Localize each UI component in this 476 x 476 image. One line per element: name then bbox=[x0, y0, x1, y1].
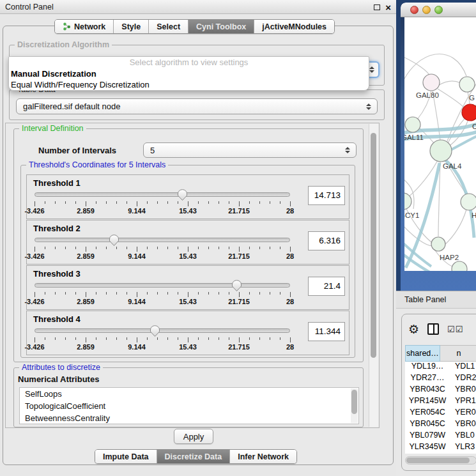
gear-icon[interactable]: ⚙ bbox=[408, 323, 419, 335]
numerical-attributes-list[interactable]: SelfLoopsTopologicalCoefficientBetweenne… bbox=[19, 387, 359, 424]
tick-mark bbox=[45, 247, 45, 249]
threshold-value-field[interactable]: 6.316 bbox=[308, 231, 345, 250]
table-row[interactable]: YPR145WYPR1 bbox=[405, 396, 476, 408]
minimize-button[interactable] bbox=[422, 6, 431, 14]
cell-shared-name: YDR27… bbox=[405, 373, 450, 385]
tick-mark bbox=[229, 201, 229, 204]
table-row[interactable]: YBR045CYBR0 bbox=[405, 419, 476, 431]
select-columns-icon[interactable]: ☑☑ bbox=[447, 325, 463, 334]
threshold-slider[interactable] bbox=[35, 238, 290, 242]
number-of-intervals-combo[interactable]: 5 bbox=[143, 142, 357, 158]
cell-shared-name: YBR045C bbox=[405, 419, 450, 431]
dropdown-item-equal-width-frequency[interactable]: Equal Width/Frequency Discretization bbox=[9, 79, 369, 90]
table-panel-title: Table Panel bbox=[404, 295, 446, 304]
tick-mark bbox=[229, 292, 229, 295]
settings-scrollbar[interactable] bbox=[369, 124, 378, 427]
tick-label: 28 bbox=[286, 252, 294, 260]
tick-label: -3.426 bbox=[24, 298, 44, 305]
threshold-slider[interactable] bbox=[35, 328, 290, 333]
tick-mark bbox=[259, 292, 260, 295]
column-header-name[interactable]: n bbox=[440, 345, 476, 362]
tick-mark bbox=[137, 247, 137, 252]
tick-mark bbox=[75, 292, 76, 295]
cell-name: YBR0 bbox=[450, 385, 476, 396]
tick-mark bbox=[229, 247, 229, 249]
cell-name: YDR2 bbox=[450, 373, 476, 385]
attribute-item[interactable]: TopologicalCoefficient bbox=[20, 400, 358, 412]
threshold-label: Threshold 2 bbox=[33, 224, 81, 233]
node-hap2[interactable] bbox=[431, 237, 445, 251]
threshold-value-field[interactable]: 11.344 bbox=[308, 322, 345, 341]
table-hscrollbar[interactable] bbox=[405, 456, 476, 464]
table-data-combo[interactable]: galFiltered.sif default node bbox=[16, 98, 378, 114]
numerical-attributes-label: Numerical Attributes bbox=[18, 374, 99, 384]
network-canvas[interactable]: GAL80GCGAL11GAL4GCY1HHAP2 bbox=[404, 17, 476, 271]
node-gal11[interactable] bbox=[405, 117, 420, 132]
tick-mark bbox=[249, 201, 250, 204]
tick-mark bbox=[147, 292, 148, 295]
slider-thumb[interactable] bbox=[231, 280, 242, 292]
threshold-label: Threshold 1 bbox=[33, 178, 81, 188]
table-row[interactable]: YBL079WYBL0 bbox=[405, 431, 476, 442]
table-panel: Table Panel ⚙ ☑☑ shared… n YDL19…YDL1YDR… bbox=[396, 291, 476, 476]
table-browser: ⚙ ☑☑ shared… n YDL19…YDL1YDR27…YDR2YBR04… bbox=[401, 314, 476, 471]
close-icon[interactable]: × bbox=[385, 3, 391, 12]
close-button[interactable] bbox=[410, 6, 418, 14]
slider-thumb[interactable] bbox=[150, 325, 160, 337]
table-row[interactable]: YER054CYER0 bbox=[405, 408, 476, 419]
tick-mark bbox=[290, 337, 291, 342]
tab-network[interactable]: Network bbox=[55, 20, 114, 33]
tab-label: Network bbox=[74, 22, 105, 31]
tab-style[interactable]: Style bbox=[114, 20, 149, 33]
slider-thumb[interactable] bbox=[109, 234, 119, 247]
node-label: GCY1 bbox=[404, 211, 419, 219]
float-window-icon[interactable] bbox=[374, 4, 380, 10]
threshold-value-field[interactable]: 21.4 bbox=[308, 277, 345, 296]
network-window-titlebar[interactable] bbox=[401, 3, 476, 17]
node-h[interactable] bbox=[461, 194, 476, 210]
tab-discretize-data[interactable]: Discretize Data bbox=[157, 450, 231, 463]
table-row[interactable]: YDL19…YDL1 bbox=[405, 362, 476, 373]
control-panel: Control Panel × NetworkStyleSelectCyni T… bbox=[0, 0, 396, 476]
apply-button[interactable]: Apply bbox=[174, 429, 213, 444]
tick-mark bbox=[198, 292, 199, 295]
tab-select[interactable]: Select bbox=[149, 20, 188, 33]
table-row[interactable]: YLR345WYLR3 bbox=[405, 442, 476, 454]
thresholds-title: Threshold's Coordinates for 5 Intervals bbox=[26, 160, 168, 170]
node-gal4[interactable] bbox=[430, 140, 452, 162]
dropdown-item-manual-discretization[interactable]: Manual Discretization bbox=[9, 68, 369, 79]
column-header-shared-name[interactable]: shared… bbox=[405, 345, 440, 362]
node-c[interactable] bbox=[462, 104, 476, 121]
tab-infer-network[interactable]: Infer Network bbox=[230, 450, 296, 463]
tick-mark bbox=[259, 337, 260, 340]
tick-mark bbox=[188, 292, 188, 297]
attributes-scrollbar[interactable] bbox=[351, 388, 358, 423]
slider-thumb[interactable] bbox=[177, 189, 188, 201]
network-view-window[interactable]: GAL80GCGAL11GAL4GCY1HHAP2 bbox=[401, 3, 476, 291]
node-g[interactable] bbox=[459, 77, 475, 92]
tick-mark bbox=[55, 292, 56, 295]
attribute-item[interactable]: SelfLoops bbox=[20, 388, 358, 400]
node-label: HAP2 bbox=[440, 254, 459, 261]
tick-mark bbox=[96, 337, 96, 340]
attribute-item[interactable]: BetweennessCentrality bbox=[20, 412, 358, 424]
table-row[interactable]: YDR27…YDR2 bbox=[405, 373, 476, 385]
threshold-value-field[interactable]: 14.713 bbox=[308, 186, 345, 205]
chevron-updown-icon bbox=[345, 147, 350, 153]
table-row[interactable]: YBR043CYBR0 bbox=[405, 385, 476, 396]
split-view-icon[interactable] bbox=[427, 323, 439, 335]
node-partial[interactable] bbox=[452, 261, 467, 271]
attributes-fieldset: Attributes to discretize Numerical Attri… bbox=[13, 367, 364, 427]
tick-mark bbox=[249, 247, 250, 249]
node-table[interactable]: shared… n YDL19…YDL1YDR27…YDR2YBR043CYBR… bbox=[405, 345, 476, 454]
tick-mark bbox=[147, 337, 148, 340]
zoom-button[interactable] bbox=[434, 6, 443, 14]
threshold-slider[interactable] bbox=[35, 192, 290, 197]
tab-jactivemnodules[interactable]: jActiveMNodules bbox=[254, 20, 334, 33]
tick-mark bbox=[167, 247, 168, 249]
settings-scroll-area: Interval Definition Number of Intervals … bbox=[5, 123, 380, 428]
threshold-slider[interactable] bbox=[35, 283, 290, 288]
tab-cyni-toolbox[interactable]: Cyni Toolbox bbox=[188, 20, 254, 33]
node-gal80[interactable] bbox=[423, 74, 440, 91]
tab-impute-data[interactable]: Impute Data bbox=[95, 450, 157, 463]
